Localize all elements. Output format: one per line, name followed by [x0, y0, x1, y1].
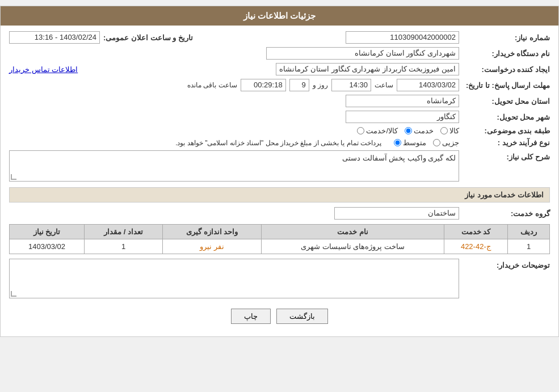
motaset-label: متوسط	[403, 138, 426, 147]
tabaqe-label: طبقه بندی موضوعی:	[459, 127, 550, 135]
radio-motaset: متوسط	[394, 138, 426, 147]
ostan-row: استان محل تحویل: کرمانشاه	[9, 95, 550, 107]
kala-label: کالا	[449, 127, 459, 135]
rooz-label: روز و	[313, 81, 328, 89]
radio-kala: کالا	[440, 127, 459, 135]
ostan-label: استان محل تحویل:	[459, 97, 550, 106]
page-title: جزئیات اطلاعات نیاز	[243, 11, 316, 20]
table-row: 1 ج-42-422 ساخت پروژه‌های تاسیسات شهری ن…	[10, 239, 550, 254]
grooh-khedmat-value: ساختمان	[334, 207, 459, 220]
tarikh-elan-value: 1403/02/24 - 13:16	[9, 31, 100, 44]
faraeend-row: نوع فرآیند خرید : جزیی متوسط پرداخت تمام…	[9, 138, 550, 147]
sharh-value: لکه گیری واکیب پخش آسفالت دستی	[342, 154, 456, 162]
tabaqe-row: طبقه بندی موضوعی: کالا خدمت کالا/خدمت	[9, 127, 550, 135]
nam-dastgah-label: نام دستگاه خریدار:	[459, 49, 550, 58]
tozihat-resize-handle	[11, 291, 16, 297]
rooz-value: 9	[289, 79, 309, 91]
col-unit: واحد اندازه گیری	[163, 225, 262, 239]
print-button[interactable]: چاپ	[231, 309, 271, 324]
sharh-row: شرح کلی نیاز: لکه گیری واکیب پخش آسفالت …	[9, 150, 550, 182]
kala-khedmat-label: کالا/خدمت	[366, 127, 398, 135]
cell-code: ج-42-422	[444, 239, 507, 254]
grooh-khedmat-row: گروه خدمت: ساختمان	[9, 207, 550, 220]
radio-jozii-input[interactable]	[433, 139, 440, 146]
ijad-konande-value: امین فیروزبخت کاربرداز شهرداری کنگاور اس…	[276, 63, 459, 75]
col-radif: ردیف	[508, 225, 550, 239]
tozihat-container	[9, 259, 459, 298]
resize-handle	[11, 174, 16, 180]
col-count: تعداد / مقدار	[85, 225, 163, 239]
radio-kala-khedmat: کالا/خدمت	[357, 127, 398, 135]
ijad-konande-label: ایجاد کننده درخواست:	[459, 65, 550, 74]
shahr-row: شهر محل تحویل: کنگاور	[9, 111, 550, 123]
mohlat-label: مهلت ارسال پاسخ: تا تاریخ:	[459, 81, 550, 90]
buttons-row: بازگشت چاپ	[9, 302, 550, 331]
col-code: کد خدمت	[444, 225, 507, 239]
mohlat-row: مهلت ارسال پاسخ: تا تاریخ: 1403/03/02 سا…	[9, 79, 550, 91]
nam-dastgah-value: شهرداری کنگاور استان کرمانشاه	[266, 47, 459, 60]
saet-value: 14:30	[331, 79, 371, 91]
baqi-value: 00:29:18	[241, 79, 286, 91]
nam-dastgah-row: نام دستگاه خریدار: شهرداری کنگاور استان …	[9, 47, 550, 60]
ettelaat-link[interactable]: اطلاعات تماس خریدار	[9, 65, 78, 74]
cell-count: 1	[85, 239, 163, 254]
tozihat-label: توضیحات خریدار:	[459, 259, 550, 269]
cell-date: 1403/03/02	[10, 239, 85, 254]
sharh-container: لکه گیری واکیب پخش آسفالت دستی	[9, 150, 459, 182]
radio-jozii: جزیی	[433, 138, 459, 147]
tarikh-elan-label: تاریخ و ساعت اعلان عمومی:	[103, 33, 193, 42]
radio-kala-input[interactable]	[440, 127, 448, 134]
date-value: 1403/03/02	[397, 79, 459, 91]
shomare-niaz-label: شماره نیاز:	[459, 33, 550, 42]
sharh-label: شرح کلی نیاز:	[459, 150, 550, 161]
shomare-niaz-row: شماره نیاز: 1103090042000002 تاریخ و ساع…	[9, 31, 550, 44]
faraeend-label: نوع فرآیند خرید :	[459, 138, 550, 147]
khedmat-label: خدمت	[414, 127, 434, 135]
grooh-khedmat-label: گروه خدمت:	[459, 209, 550, 218]
cell-unit: نفر نیرو	[163, 239, 262, 254]
shahr-label: شهر محل تحویل:	[459, 113, 550, 121]
col-date: تاریخ نیاز	[10, 225, 85, 239]
page-header: جزئیات اطلاعات نیاز	[1, 6, 558, 26]
cell-name: ساخت پروژه‌های تاسیسات شهری	[262, 239, 444, 254]
col-name: نام خدمت	[262, 225, 444, 239]
cell-radif: 1	[508, 239, 550, 254]
shahr-value: کنگاور	[346, 111, 459, 123]
tozihat-row: توضیحات خریدار:	[9, 259, 550, 298]
radio-kala-khedmat-input[interactable]	[357, 127, 364, 134]
radio-motaset-input[interactable]	[394, 139, 401, 146]
back-button[interactable]: بازگشت	[276, 309, 328, 324]
ostan-value: کرمانشاه	[346, 95, 459, 107]
baqi-label: ساعت باقی مانده	[187, 81, 237, 89]
services-table: ردیف کد خدمت نام خدمت واحد اندازه گیری ت…	[9, 224, 550, 254]
shomare-niaz-value: 1103090042000002	[346, 31, 459, 44]
radio-khedmat-input[interactable]	[405, 127, 412, 134]
faraeend-note: پرداخت تمام یا بخشی از مبلغ خریداز محل "…	[175, 139, 381, 147]
jozii-label: جزیی	[442, 138, 459, 147]
services-section-title: اطلاعات خدمات مورد نیاز	[9, 187, 550, 203]
radio-khedmat: خدمت	[405, 127, 434, 135]
saet-label: ساعت	[375, 81, 393, 89]
ijad-konande-row: ایجاد کننده درخواست: امین فیروزبخت کاربر…	[9, 63, 550, 75]
